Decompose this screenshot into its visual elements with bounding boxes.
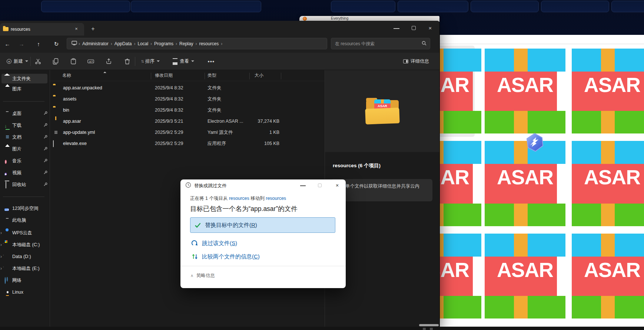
target-folder-link[interactable]: resources <box>266 196 286 201</box>
dialog-message: 正在将 1 个项目从 resources 移动到 resources <box>190 195 286 202</box>
dialog-close-button[interactable]: × <box>334 182 341 189</box>
screen: Everything ASAR app.asar ASAR app.asar A… <box>0 0 644 330</box>
compare-icon <box>192 253 198 260</box>
dialog-title: 替换或跳过文件 <box>194 183 227 189</box>
source-folder-link[interactable]: resources <box>229 196 249 201</box>
check-icon <box>195 222 201 228</box>
option-skip-file[interactable]: 跳过该文件(S) <box>192 239 237 248</box>
copy-dialog-icon <box>185 182 191 188</box>
chevron-up-icon: ∧ <box>190 273 193 278</box>
dialog-maximize-button[interactable] <box>318 184 322 187</box>
taskbar-icon[interactable] <box>423 328 426 330</box>
option-compare-files[interactable]: 比较两个文件的信息(C) <box>192 252 260 261</box>
taskbar-icon[interactable] <box>430 328 433 330</box>
dialog-minimize-button[interactable] <box>300 185 306 186</box>
replace-dialog-layer: 替换或跳过文件 × 正在将 1 个项目从 resources 移动到 resou… <box>0 0 644 330</box>
taskbar[interactable] <box>0 327 644 330</box>
details-expander[interactable]: ∧ 简略信息 <box>190 273 215 279</box>
dialog-heading: 目标已包含一个名为“app.asar”的文件 <box>190 204 298 213</box>
option-replace-file[interactable]: 替换目标中的文件(R) <box>190 217 335 233</box>
dialog-footer-divider <box>180 266 346 266</box>
skip-icon <box>192 240 198 247</box>
